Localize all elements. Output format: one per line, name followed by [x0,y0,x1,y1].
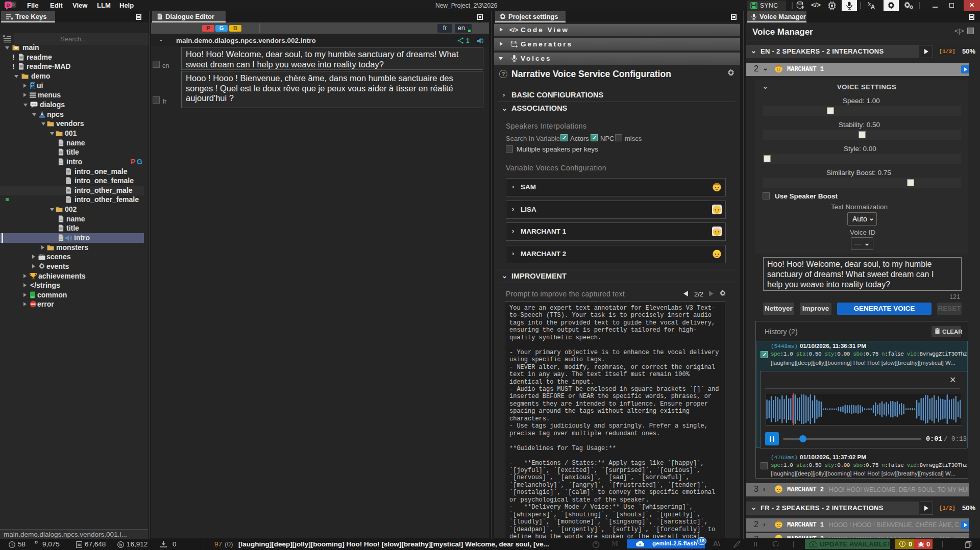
svg-text:A: A [871,4,875,10]
svg-text:“: “ [3,35,5,40]
svg-text:D: D [7,2,10,8]
svg-text:b: b [119,542,122,547]
